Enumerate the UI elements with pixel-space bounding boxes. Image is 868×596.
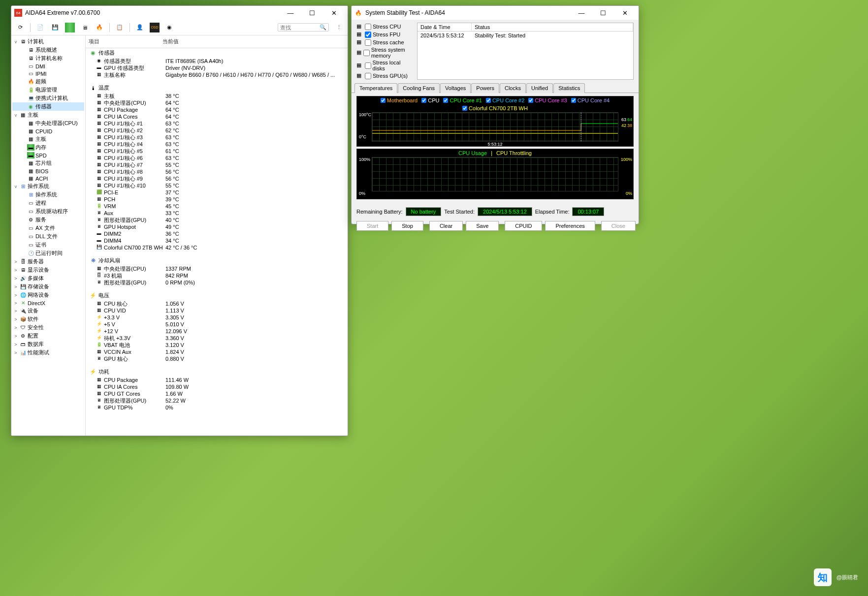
tree-node[interactable]: ▭进程	[12, 199, 84, 207]
stress-item[interactable]: ▦Stress CPU	[356, 23, 413, 31]
tree-node[interactable]: ▭AX 文件	[12, 224, 84, 232]
tree-node[interactable]: ▭系统驱动程序	[12, 207, 84, 216]
tab-voltages[interactable]: Voltages	[440, 83, 471, 93]
tree-node[interactable]: >🗄服务器	[12, 257, 84, 266]
data-row[interactable]: 🖥图形处理器(GPU)0 RPM (0%)	[86, 279, 348, 286]
disk-icon[interactable]: 💾	[50, 23, 60, 32]
user-icon[interactable]: 👤	[135, 23, 145, 32]
clear-button[interactable]: Clear	[429, 221, 463, 231]
data-row[interactable]: ▦CPU #1/核心 #561 °C	[86, 148, 348, 155]
tree-node[interactable]: ▦主板	[12, 135, 84, 143]
legend-item[interactable]: CPU Core #4	[571, 97, 610, 103]
tree-node[interactable]: ▭IPMI	[12, 70, 84, 77]
tree-node[interactable]: ▬内存	[12, 143, 84, 152]
stop-button[interactable]: Stop	[391, 221, 423, 231]
legend-checkbox[interactable]	[462, 106, 467, 111]
tree-node[interactable]: ▦BIOS	[12, 167, 84, 175]
data-row[interactable]: ▦CPU #1/核心 #163 °C	[86, 120, 348, 127]
stress-checkbox[interactable]	[365, 39, 371, 46]
report-icon[interactable]: 📄	[35, 23, 45, 32]
legend-checkbox[interactable]	[486, 98, 491, 103]
stress-checkbox[interactable]	[365, 31, 371, 38]
tool-icon[interactable]: 🖥	[80, 23, 90, 32]
search-box[interactable]: 🔍	[278, 23, 329, 31]
legend-checkbox[interactable]	[443, 98, 448, 103]
data-row[interactable]: ▦CPU #1/核心 #363 °C	[86, 134, 348, 141]
data-row[interactable]: ⚡+12 V12.096 V	[86, 328, 348, 335]
data-row[interactable]: 💾Colorful CN700 2TB WH42 °C / 36 °C	[86, 244, 348, 251]
tree-node[interactable]: ▦中央处理器(CPU)	[12, 119, 84, 127]
tree-node[interactable]: ▬SPD	[12, 152, 84, 159]
save-button[interactable]: Save	[466, 221, 499, 231]
data-row[interactable]: ⚡待机 +3.3V3.360 V	[86, 335, 348, 342]
data-row[interactable]: 🖥Aux33 °C	[86, 210, 348, 217]
tree-node[interactable]: >🔌设备	[12, 307, 84, 315]
tree-node[interactable]: >✕DirectX	[12, 299, 84, 307]
tree-node[interactable]: 🔋电源管理	[12, 86, 84, 94]
cpuid-button[interactable]: CPUID	[505, 221, 542, 231]
tree-node[interactable]: >📊性能测试	[12, 348, 84, 357]
stress-checkbox[interactable]	[363, 50, 370, 56]
data-row[interactable]: ▦CPU IA Cores64 °C	[86, 113, 348, 120]
data-row[interactable]: ▦VCCIN Aux1.824 V	[86, 348, 348, 355]
data-row[interactable]: 🖥GPU Hotspot49 °C	[86, 223, 348, 230]
data-row[interactable]: 🔋VRM45 °C	[86, 203, 348, 210]
data-row[interactable]: ◉传感器类型ITE IT8689E (ISA A40h)	[86, 58, 348, 64]
tree-node[interactable]: ⚙服务	[12, 216, 84, 224]
stress-checkbox[interactable]	[365, 63, 371, 69]
legend-item[interactable]: Motherboard	[381, 97, 418, 103]
gauge-icon[interactable]: ◉	[164, 23, 174, 32]
tree-node[interactable]: >🖥显示设备	[12, 266, 84, 274]
tree-node[interactable]: >🛡安全性	[12, 323, 84, 332]
tab-unified[interactable]: Unified	[526, 83, 553, 93]
tree-node[interactable]: ▭证书	[12, 241, 84, 249]
minimize-button[interactable]: —	[280, 6, 301, 20]
stability-titlebar[interactable]: 🔥 System Stability Test - AIDA64 — ☐ ✕	[352, 6, 639, 20]
maximize-button[interactable]: ☐	[592, 6, 614, 20]
tree-node[interactable]: ▦CPUID	[12, 127, 84, 135]
data-row[interactable]: ▦CPU #1/核心 #956 °C	[86, 175, 348, 182]
tab-temperatures[interactable]: Temperatures	[354, 83, 397, 93]
data-row[interactable]: 🖥图形处理器(GPU)40 °C	[86, 217, 348, 223]
close-panel-button[interactable]: Close	[601, 221, 636, 231]
ram-icon[interactable]	[65, 23, 75, 32]
tree-node[interactable]: v▦主板	[12, 111, 84, 119]
data-row[interactable]: ▦CPU #1/核心 #755 °C	[86, 161, 348, 168]
tree-node[interactable]: ▭DMI	[12, 63, 84, 70]
legend-item[interactable]: CPU	[421, 97, 439, 103]
tree-node[interactable]: >📦软件	[12, 315, 84, 323]
data-row[interactable]: ▦CPU #1/核心 #262 °C	[86, 127, 348, 134]
data-row[interactable]: 🗄#3 机箱842 RPM	[86, 272, 348, 279]
data-row[interactable]: ▦CPU #1/核心 #1055 °C	[86, 182, 348, 189]
stress-checkbox[interactable]	[365, 73, 371, 79]
data-row[interactable]: ▦CPU #1/核心 #663 °C	[86, 155, 348, 161]
data-row[interactable]: ▦主板38 °C	[86, 93, 348, 99]
data-row[interactable]: 🔋VBAT 电池3.120 V	[86, 342, 348, 348]
data-row[interactable]: ▦中央处理器(CPU)64 °C	[86, 99, 348, 106]
data-row[interactable]: ⚡+5 V5.010 V	[86, 321, 348, 328]
start-button[interactable]: Start	[356, 221, 388, 231]
legend-checkbox[interactable]	[421, 98, 426, 103]
tree-node[interactable]: v🖥计算机	[12, 37, 84, 46]
data-row[interactable]: ▬DIMM434 °C	[86, 237, 348, 244]
flame-icon[interactable]: 🔥	[95, 23, 104, 32]
osd-icon[interactable]: OSD	[150, 23, 160, 32]
legend-item[interactable]: CPU Core #2	[486, 97, 524, 103]
close-button[interactable]: ✕	[323, 6, 345, 20]
tab-statistics[interactable]: Statistics	[553, 83, 585, 93]
data-row[interactable]: ▦CPU GT Cores1.66 W	[86, 390, 348, 397]
data-row[interactable]: ▬GPU 传感器类型Driver (NV-DRV)	[86, 64, 348, 71]
legend-item[interactable]: CPU Core #1	[443, 97, 482, 103]
tree-node[interactable]: >🌐网络设备	[12, 291, 84, 299]
data-row[interactable]: ▦PCH39 °C	[86, 196, 348, 203]
tab-cooling-fans[interactable]: Cooling Fans	[398, 83, 440, 93]
tree-node[interactable]: ▦芯片组	[12, 159, 84, 167]
data-row[interactable]: ▦CPU Package64 °C	[86, 106, 348, 113]
stress-item[interactable]: ▦Stress system memory	[356, 46, 413, 59]
prefs-button[interactable]: Preferences	[545, 221, 595, 231]
tree-node[interactable]: 💻便携式计算机	[12, 94, 84, 102]
legend-item[interactable]: CPU Core #3	[528, 97, 567, 103]
tree-node[interactable]: >⚙配置	[12, 332, 84, 340]
tab-powers[interactable]: Powers	[471, 83, 499, 93]
tree-node[interactable]: 🖥系统概述	[12, 46, 84, 54]
